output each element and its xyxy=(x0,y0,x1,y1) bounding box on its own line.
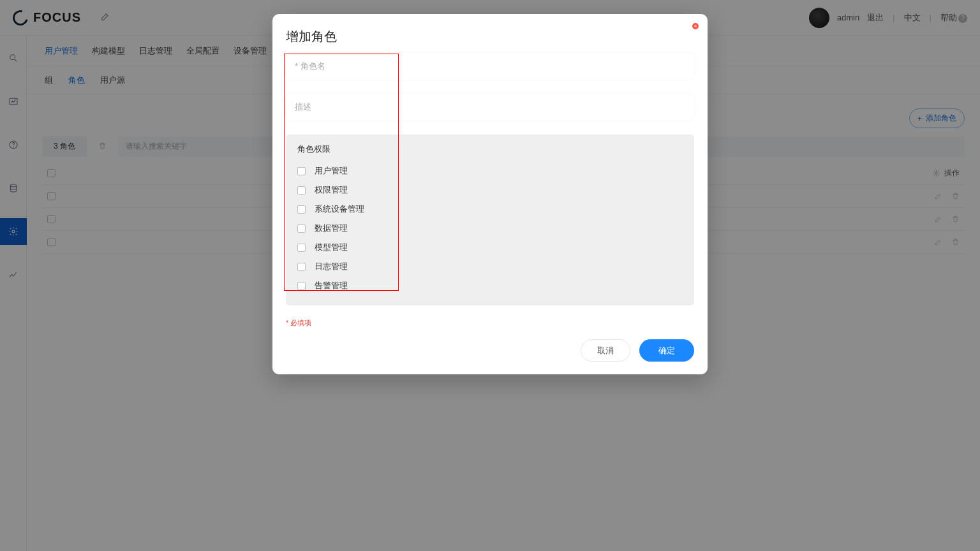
perm-label: 数据管理 xyxy=(315,223,348,234)
ok-button[interactable]: 确定 xyxy=(639,339,694,362)
role-desc-placeholder: 描述 xyxy=(295,101,311,113)
perm-checkbox[interactable] xyxy=(297,186,306,195)
modal-footer: 取消 确定 xyxy=(286,339,694,362)
permissions-title: 角色权限 xyxy=(297,143,683,155)
modal-title: 增加角色 xyxy=(286,28,694,45)
add-role-modal: 增加角色 * 角色名 描述 角色权限 用户管理 权限管理 系统设备管理 数据管理… xyxy=(272,14,708,374)
cancel-button[interactable]: 取消 xyxy=(581,339,630,362)
perm-item[interactable]: 权限管理 xyxy=(297,180,683,200)
perm-item[interactable]: 系统设备管理 xyxy=(297,200,683,219)
perm-label: 用户管理 xyxy=(315,165,348,177)
perm-checkbox[interactable] xyxy=(297,263,306,271)
perm-checkbox[interactable] xyxy=(297,167,306,175)
perm-checkbox[interactable] xyxy=(297,224,306,233)
perm-checkbox[interactable] xyxy=(297,205,306,214)
perm-item[interactable]: 告警管理 xyxy=(297,276,683,295)
role-name-placeholder: * 角色名 xyxy=(295,61,325,72)
perm-label: 系统设备管理 xyxy=(315,203,364,215)
role-desc-input[interactable]: 描述 xyxy=(286,94,694,121)
perm-item[interactable]: 模型管理 xyxy=(297,238,683,257)
perm-item[interactable]: 用户管理 xyxy=(297,161,683,180)
perm-label: 告警管理 xyxy=(315,280,348,291)
required-note: * 必填项 xyxy=(286,318,694,328)
role-name-input[interactable]: * 角色名 xyxy=(286,53,694,80)
perm-checkbox[interactable] xyxy=(297,282,306,290)
perm-label: 权限管理 xyxy=(315,184,348,196)
perm-label: 模型管理 xyxy=(315,242,348,253)
permissions-panel: 角色权限 用户管理 权限管理 系统设备管理 数据管理 模型管理 日志管理 告警管… xyxy=(286,135,694,305)
perm-item[interactable]: 日志管理 xyxy=(297,257,683,276)
perm-item[interactable]: 数据管理 xyxy=(297,219,683,238)
perm-label: 日志管理 xyxy=(315,261,348,272)
perm-checkbox[interactable] xyxy=(297,244,306,252)
close-button[interactable] xyxy=(692,23,699,29)
